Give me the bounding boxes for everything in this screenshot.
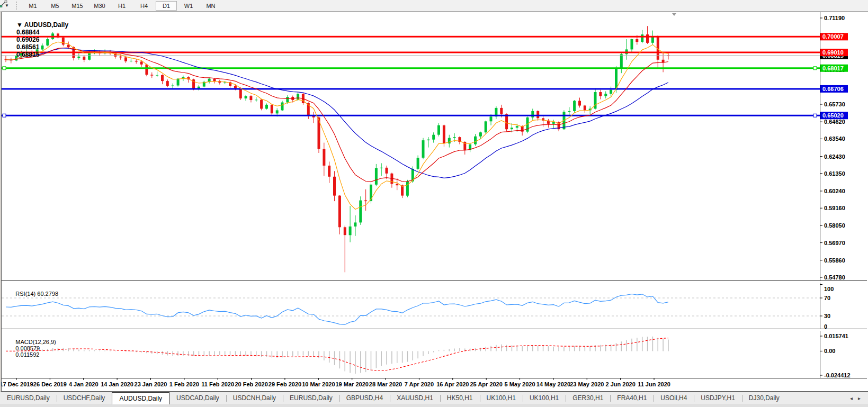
line-tools-glyph — [0, 0, 7, 7]
chart-tab-usdjpy-h1[interactable]: USDJPY,H1 — [694, 392, 741, 404]
timeframe-button-d1[interactable]: D1 — [156, 1, 177, 11]
candle-body — [641, 34, 643, 42]
candle-body — [333, 177, 336, 196]
timeframe-button-h4[interactable]: H4 — [133, 1, 155, 11]
candle-body — [83, 57, 85, 60]
candle-body — [485, 121, 487, 132]
date-tick-label: 10 Mar 2020 — [302, 381, 335, 387]
chart-tab-usoil-h4[interactable]: USOil,H4 — [654, 392, 694, 404]
price-tick-label: 0.63540 — [824, 135, 845, 142]
chart-tab-gbpusd-h4[interactable]: GBPUSD,H4 — [339, 392, 390, 404]
candle-body — [213, 79, 216, 82]
candle-body — [260, 100, 263, 108]
chart-tabs: EURUSD,DailyUSDCHF,DailyAUDUSD,DailyUSDC… — [0, 392, 786, 404]
candle-body — [172, 86, 174, 86]
chart-tab-fra40-h1[interactable]: FRA40,H1 — [610, 392, 654, 404]
rsi-tick-label: 0 — [824, 323, 827, 329]
rsi-label: RSI(14) 60.2798 — [6, 284, 58, 303]
timeframe-button-mn[interactable]: MN — [200, 1, 221, 11]
chart-tab-uk100-h1[interactable]: UK100,H1 — [523, 392, 566, 404]
candle-body — [265, 105, 268, 109]
candle-body — [276, 110, 279, 113]
price-chart-pane[interactable]: 0.711900.701100.690000.679200.668100.657… — [2, 12, 867, 281]
date-tick-label: 23 Jan 2020 — [135, 381, 167, 387]
price-tick-label: 0.65730 — [824, 101, 845, 107]
candle-body — [386, 168, 388, 174]
ohlc-close: 0.68815 — [16, 51, 39, 58]
macd-label: MACD(12,26,9) 0.008579 0.011592 — [6, 332, 58, 364]
candle-body — [380, 168, 383, 168]
rsi-pane[interactable]: 10070300 RSI(14) 60.2798 — [2, 283, 867, 329]
rsi-line — [6, 294, 668, 325]
chart-symbol-label: AUDUSD,Daily — [24, 21, 68, 29]
candle-body — [166, 81, 169, 86]
candle-body — [364, 201, 367, 202]
candle-body — [354, 222, 356, 227]
chart-tab-usdcnh-daily[interactable]: USDCNH,Daily — [226, 392, 283, 404]
macd-pane[interactable]: 0.0157410.00-0.024412 MACD(12,26,9) 0.00… — [2, 331, 867, 378]
candle-body — [474, 137, 477, 144]
timeframe-button-m30[interactable]: M30 — [89, 1, 110, 11]
chart-tab-eurusd-daily[interactable]: EURUSD,Daily — [0, 392, 57, 404]
candle-body — [531, 111, 534, 117]
line-tools-icon[interactable]: ▼ — [0, 1, 14, 11]
price-badge-label: 0.66706 — [822, 86, 844, 92]
candle-body — [636, 39, 638, 42]
date-axis[interactable]: 17 Dec 201926 Dec 20194 Jan 202014 Jan 2… — [2, 378, 867, 391]
date-tick-label: 7 Apr 2020 — [405, 381, 434, 387]
candle-body — [124, 57, 127, 61]
chart-tab-hk50-h1[interactable]: HK50,H1 — [440, 392, 480, 404]
candle-body — [599, 92, 602, 96]
line-handle[interactable] — [813, 67, 817, 70]
date-tick-label: 20 Feb 2020 — [235, 381, 267, 387]
line-handle[interactable] — [3, 67, 6, 70]
timeframe-button-m5[interactable]: M5 — [44, 1, 66, 11]
candle-body — [427, 140, 429, 141]
candle-body — [130, 61, 132, 61]
chart-tab-dj30-daily[interactable]: DJ30,Daily — [742, 392, 786, 404]
candle-body — [573, 101, 576, 111]
chart-title-dropdown-icon[interactable]: ▼ — [16, 21, 24, 29]
price-tick-label: 0.54780 — [824, 274, 845, 281]
chart-tab-ger30-h1[interactable]: GER30,H1 — [566, 392, 610, 404]
candle-body — [135, 61, 138, 62]
candle-body — [479, 132, 482, 137]
candle-body — [511, 128, 513, 129]
tabs-scroll-right-icon[interactable]: ▸ — [858, 395, 861, 401]
price-tick-label: 0.62430 — [824, 153, 845, 160]
tabs-scroll-left-icon[interactable]: ◂ — [850, 395, 853, 401]
price-badge-label: 0.69010 — [822, 49, 844, 56]
timeframe-button-w1[interactable]: W1 — [178, 1, 199, 11]
date-axis-canvas: 17 Dec 201926 Dec 20194 Jan 202014 Jan 2… — [2, 378, 867, 391]
chart-shift-marker[interactable] — [672, 13, 676, 16]
date-tick-label: 26 Dec 2019 — [33, 381, 67, 387]
line-handle[interactable] — [3, 114, 6, 117]
line-handle[interactable] — [813, 114, 817, 117]
date-tick-label: 19 Mar 2020 — [336, 381, 369, 387]
chart-tab-usdcad-daily[interactable]: USDCAD,Daily — [169, 392, 226, 404]
chart-tab-eurusd-daily[interactable]: EURUSD,Daily — [283, 392, 339, 404]
date-tick-label: 14 Jan 2020 — [101, 381, 133, 387]
chart-tab-xauusd-h1[interactable]: XAUUSD,H1 — [390, 392, 440, 404]
candle-body — [422, 140, 425, 158]
candle-body — [443, 125, 445, 143]
timeframe-button-m1[interactable]: M1 — [22, 1, 43, 11]
chart-tab-uk100-h1[interactable]: UK100,H1 — [480, 392, 523, 404]
date-tick-label: 5 May 2020 — [504, 381, 535, 387]
price-tick-label: 0.56970 — [824, 240, 845, 246]
chart-tab-audusd-daily[interactable]: AUDUSD,Daily — [112, 392, 169, 404]
candle-body — [448, 138, 451, 144]
chart-tab-usdchf-daily[interactable]: USDCHF,Daily — [57, 392, 112, 404]
candle-body — [584, 105, 586, 110]
price-badge-label: 0.70007 — [822, 33, 844, 40]
candle-body — [631, 39, 633, 49]
rsi-tick-label: 70 — [824, 295, 830, 301]
candle-body — [119, 57, 122, 58]
candle-body — [437, 125, 440, 135]
candle-body — [145, 65, 148, 75]
candle-body — [156, 75, 158, 76]
timeframe-button-h1[interactable]: H1 — [111, 1, 132, 11]
timeframe-button-m15[interactable]: M15 — [67, 1, 88, 11]
candle-body — [568, 111, 570, 112]
tabs-scroll-arrows: ◂ ▸ — [843, 392, 868, 404]
